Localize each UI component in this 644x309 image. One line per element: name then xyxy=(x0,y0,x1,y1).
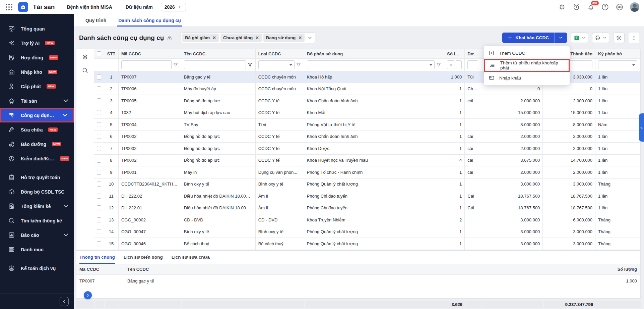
row-checkbox[interactable] xyxy=(97,217,101,222)
print-button[interactable] xyxy=(592,33,609,43)
sidebar-item-12[interactable]: Tổng kiểm kê xyxy=(0,199,74,213)
table-row[interactable]: 15CGG_00046Bể cách thuỷBể cách thuỷPhòng… xyxy=(94,238,640,250)
sidebar-item-15[interactable]: Danh mục xyxy=(0,242,74,257)
sidebar-item-3[interactable]: Nhập khoNEW xyxy=(0,65,74,79)
column-header-stt[interactable]: STT xyxy=(104,49,119,59)
filter-input[interactable] xyxy=(456,60,462,69)
sidebar-item-0[interactable]: Tổng quan xyxy=(0,21,74,36)
row-checkbox[interactable] xyxy=(97,98,101,103)
notifications-bell-button[interactable]: 39+ xyxy=(587,3,595,11)
row-checkbox[interactable] xyxy=(97,170,101,175)
table-row[interactable]: 3TP0005Đồng hồ đo áp lựcCCDC Y tếKhoa Ch… xyxy=(94,95,640,107)
row-checkbox[interactable] xyxy=(97,146,101,151)
sidebar-item-13[interactable]: Tìm kiếm thống kê xyxy=(0,213,74,228)
chip-remove-icon[interactable]: ✕ xyxy=(255,36,259,40)
filter-select[interactable] xyxy=(598,60,637,69)
sidebar-item-5[interactable]: Tài sản xyxy=(0,94,74,108)
row-checkbox[interactable] xyxy=(97,158,101,163)
row-checkbox[interactable] xyxy=(97,229,101,234)
table-row[interactable]: 5TP0004TV SnyTi viPhòng Vật tư thiết bị … xyxy=(94,119,640,131)
menu-item-0[interactable]: Thêm CCDC xyxy=(484,47,570,59)
more-options-button[interactable] xyxy=(616,3,624,11)
column-header-unit[interactable]: Đơn... xyxy=(465,49,481,59)
column-header-qty[interactable]: Số lượn... xyxy=(444,49,465,59)
sidebar-item-8[interactable]: Bảo dưỡngNEW xyxy=(0,137,74,151)
year-selector[interactable]: 2026 xyxy=(161,3,186,11)
menu-item-1[interactable]: Thêm từ phiếu nhập kho/cấp phát xyxy=(484,59,570,72)
detail-tab-1[interactable]: Lịch sử biến động xyxy=(124,251,163,264)
row-checkbox[interactable] xyxy=(97,86,101,91)
menu-item-2[interactable]: Nhập khẩu xyxy=(484,72,570,84)
declare-ccdc-dropdown-toggle[interactable] xyxy=(554,33,567,43)
column-header-type[interactable]: Loại CCDC xyxy=(256,49,304,59)
table-row[interactable]: 10CCDCTTB2304012_KKTHUABình oxy y tếBình… xyxy=(94,178,640,191)
app-logo[interactable] xyxy=(18,2,28,12)
detail-tab-2[interactable]: Lịch sử sửa chữa xyxy=(172,251,210,264)
sidebar-collapse-button[interactable] xyxy=(60,297,69,306)
reminder-clock-button[interactable] xyxy=(572,3,580,11)
grid-settings-button[interactable] xyxy=(613,33,625,43)
cell-value: Khoa Chẩn đoán hình ảnh xyxy=(307,134,358,139)
row-checkbox[interactable] xyxy=(97,241,101,246)
table-row[interactable]: 41032Máy hút dịch áp lực caoCCDC Y tếKho… xyxy=(94,107,640,119)
settings-gear-button[interactable] xyxy=(558,3,566,11)
row-checkbox[interactable] xyxy=(97,134,101,139)
sidebar-item-11[interactable]: Đồng bộ CSDL TSC xyxy=(0,185,74,199)
table-row[interactable]: 8TP0002Đồng hồ đo áp lựcCCDC Y tếKhoa Hu… xyxy=(94,155,640,167)
chips-dropdown-icon[interactable] xyxy=(308,36,312,40)
apps-grid-icon[interactable] xyxy=(5,3,13,11)
row-checkbox[interactable] xyxy=(97,122,101,127)
filter-input[interactable] xyxy=(121,60,172,69)
table-row[interactable]: 6TP0002Đồng hồ đo áp lựcCCDC Y tếKhoa Ch… xyxy=(94,131,640,143)
detail-tab-0[interactable]: Thông tin chung xyxy=(79,251,115,264)
filter-select[interactable] xyxy=(307,60,435,69)
tab-1[interactable]: Danh sách công cụ dụng cụ xyxy=(114,14,186,27)
spinner-updown-icon[interactable] xyxy=(178,5,182,9)
filter-operator[interactable]: = xyxy=(447,60,454,69)
table-row[interactable]: 13CGG_00002CD - DVDCD - DVDKhoa Truyền N… xyxy=(94,214,640,226)
row-checkbox[interactable] xyxy=(97,205,101,210)
filter-select[interactable] xyxy=(258,60,295,69)
help-button[interactable]: ? xyxy=(601,3,609,11)
more-actions-button[interactable] xyxy=(629,33,639,43)
sidebar-item-2[interactable]: Hợp đồngNEW xyxy=(0,50,74,65)
table-row[interactable]: 11DH 222.02Điều hòa nhiệt độ DAIKIN 18.0… xyxy=(94,190,640,202)
unlock-icon[interactable] xyxy=(167,35,173,41)
sidebar-item-14[interactable]: Báo cáo xyxy=(0,228,74,242)
column-header-sel[interactable] xyxy=(94,49,104,59)
tab-0[interactable]: Quy trình xyxy=(81,14,111,27)
sidebar-item-10[interactable]: Hỗ trợ quyết toán xyxy=(0,170,74,185)
filter-input[interactable] xyxy=(184,60,246,69)
row-checkbox[interactable] xyxy=(97,194,101,199)
avatar[interactable] xyxy=(630,2,639,12)
table-row[interactable]: 7TP0002Đồng hồ đo áp lựcCCDC Y tếKhoa Dư… xyxy=(94,143,640,155)
sidebar-item-6[interactable]: Công cụ dụng cụ xyxy=(0,108,74,122)
column-header-name[interactable]: Tên CCDC xyxy=(181,49,256,59)
sidebar-item-9[interactable]: Kiểm định/Kiểm xạ/...NEW xyxy=(0,151,74,166)
select-all-checkbox[interactable] xyxy=(97,51,101,56)
chip-remove-icon[interactable]: ✕ xyxy=(298,36,302,40)
filter-input[interactable] xyxy=(467,60,478,69)
sidebar-item-4[interactable]: Cấp phátNEW xyxy=(0,79,74,94)
layers-icon[interactable] xyxy=(82,54,88,60)
search-icon[interactable] xyxy=(82,67,88,74)
sidebar-item-1[interactable]: Trợ lý AINEW xyxy=(0,36,74,50)
column-header-code[interactable]: Mã CCDC xyxy=(119,49,181,59)
org-name[interactable]: Bệnh viện tỉnh MISA xyxy=(67,4,112,10)
detail-row[interactable]: TP0007Băng gạc y tế1.000 xyxy=(76,275,640,287)
sidebar-item-7[interactable]: Sửa chữaNEW xyxy=(0,122,74,137)
declare-ccdc-button[interactable]: Khai báo CCDC xyxy=(502,33,554,43)
right-panel-toggle[interactable]: « xyxy=(639,113,644,142)
column-header-dept[interactable]: Bộ phận sử dụng xyxy=(304,49,445,59)
export-excel-button[interactable] xyxy=(571,33,588,43)
table-row[interactable]: 14CGG_00047Bình oxy y tếBình oxy y tếPhò… xyxy=(94,226,640,238)
row-checkbox[interactable] xyxy=(97,182,101,187)
column-header-period[interactable]: Kỳ phân bổ xyxy=(595,49,640,59)
chip-remove-icon[interactable]: ✕ xyxy=(212,36,216,40)
row-checkbox[interactable] xyxy=(97,110,101,115)
table-row[interactable]: 9TP0001Máy inDụng cụ văn phòn...Phòng Tổ… xyxy=(94,166,640,178)
expand-panel-button[interactable] xyxy=(84,291,92,299)
table-row[interactable]: 12DH 222.01Điều hòa nhiệt độ DAIKIN 18.0… xyxy=(94,202,640,214)
sidebar-item-16[interactable]: Kế toán dịch vụ xyxy=(0,261,74,275)
row-checkbox[interactable] xyxy=(97,74,101,80)
